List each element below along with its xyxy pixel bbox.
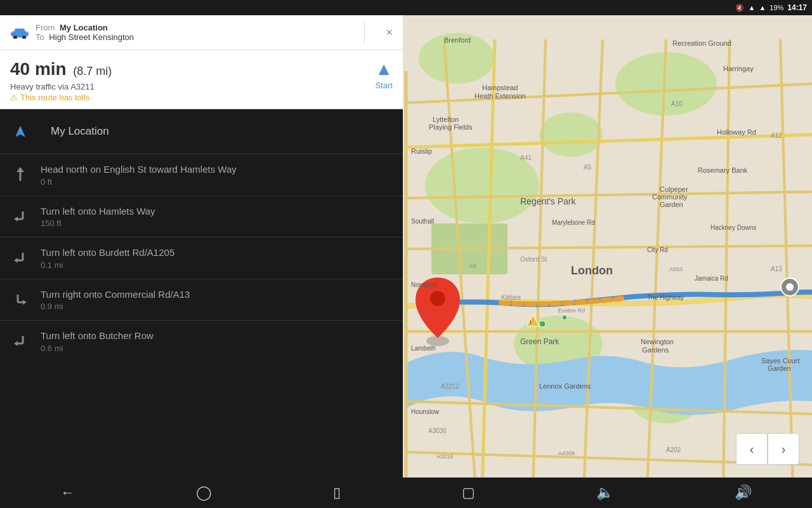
svg-text:Holloway Rd: Holloway Rd	[717, 128, 756, 136]
recents-nav-button[interactable]: ▯	[320, 479, 353, 506]
direction-name: Turn right onto Commercial Rd/A13	[41, 288, 393, 301]
svg-text:Culpeper: Culpeper	[660, 185, 688, 193]
svg-text:Marylebone Rd: Marylebone Rd	[552, 219, 595, 226]
direction-item[interactable]: Turn left onto Butcher Row 0.6 mi	[0, 321, 403, 362]
svg-marker-84	[16, 167, 24, 172]
svg-text:Green Park: Green Park	[520, 337, 560, 346]
svg-text:Recreation Ground: Recreation Ground	[672, 39, 731, 47]
svg-text:Gardens: Gardens	[642, 346, 669, 354]
mute-icon: 🔇	[735, 4, 744, 12]
to-label: To	[36, 32, 44, 42]
svg-text:Community: Community	[652, 193, 688, 201]
svg-text:A3036: A3036	[428, 427, 447, 434]
svg-text:Hounslow: Hounslow	[411, 408, 440, 415]
svg-text:A3216: A3216	[436, 453, 453, 460]
to-row: To High Street Kensington	[36, 32, 393, 42]
direction-item[interactable]: Turn left onto Burdett Rd/A1205 0.1 mi	[0, 237, 403, 279]
direction-name: Turn left onto Burdett Rd/A1205	[41, 246, 393, 259]
from-label: From	[36, 23, 55, 32]
direction-item[interactable]: Head north on English St toward Hamlets …	[0, 154, 403, 196]
direction-name: Turn left onto Butcher Row	[41, 330, 393, 342]
direction-item[interactable]: Turn left onto Hamlets Way 150 ft	[0, 196, 403, 238]
svg-text:!: !	[530, 319, 532, 325]
direction-distance: 150 ft	[41, 218, 393, 228]
directions-list[interactable]: My Location Head north on English St tow…	[0, 109, 403, 478]
car-icon	[10, 23, 29, 42]
direction-content: Head north on English St toward Hamlets …	[41, 163, 393, 187]
home-nav-button[interactable]: ◯	[183, 479, 225, 506]
svg-text:Kildare: Kildare	[501, 294, 521, 301]
turn-left-icon	[10, 248, 30, 268]
svg-text:A12: A12	[771, 132, 782, 139]
svg-text:Southall: Southall	[411, 218, 434, 225]
route-info: 40 min (8.7 mi) Heavy traffic via A3211 …	[0, 50, 403, 109]
my-location-label: My Location	[51, 125, 109, 138]
direction-item[interactable]: Turn right onto Commercial Rd/A13 0.9 mi	[0, 279, 403, 321]
svg-text:Heath Extension: Heath Extension	[475, 92, 526, 100]
svg-text:Lyttelton: Lyttelton	[433, 116, 459, 123]
from-value: My Location	[60, 23, 108, 32]
svg-point-74	[562, 315, 567, 320]
svg-text:Rosemary Bank: Rosemary Bank	[698, 166, 748, 174]
traffic-info: Heavy traffic via A3211	[10, 82, 375, 91]
svg-text:A503: A503	[669, 266, 683, 272]
start-arrow-icon: ▲	[375, 59, 393, 79]
svg-text:The Highway: The Highway	[647, 294, 684, 301]
svg-text:Norwood: Norwood	[411, 281, 436, 288]
tolls-info: ⚠ This route has tolls.	[10, 93, 375, 102]
svg-text:Hampstead: Hampstead	[482, 84, 518, 91]
svg-text:Jamaica Rd: Jamaica Rd	[695, 275, 728, 282]
svg-text:A5: A5	[469, 263, 476, 269]
svg-marker-96	[14, 341, 18, 346]
svg-text:London: London	[571, 264, 613, 277]
svg-marker-93	[23, 300, 27, 305]
direction-distance: 0.6 mi	[41, 344, 393, 353]
svg-text:Ruislip: Ruislip	[411, 147, 432, 155]
status-time: 14:17	[787, 3, 807, 12]
straight-arrow-icon	[10, 164, 30, 185]
route-endpoints: From My Location To High Street Kensingt…	[36, 23, 393, 42]
location-item[interactable]: My Location	[0, 109, 403, 154]
route-header: From My Location To High Street Kensingt…	[0, 15, 403, 50]
svg-text:Lambeth: Lambeth	[411, 345, 436, 352]
direction-distance: 0 ft	[41, 177, 393, 187]
svg-text:A41: A41	[520, 154, 532, 161]
tolls-text: This route has tolls.	[20, 93, 92, 102]
volume-loud-button[interactable]: 🔊	[722, 479, 764, 506]
svg-text:Hackney Downs: Hackney Downs	[710, 224, 756, 231]
svg-point-26	[786, 283, 794, 291]
svg-text:Brenford: Brenford	[444, 36, 471, 44]
svg-text:A13: A13	[771, 265, 782, 272]
svg-text:A4308: A4308	[558, 450, 575, 457]
svg-marker-87	[14, 217, 18, 222]
svg-text:Newington: Newington	[641, 338, 674, 345]
map-navigation-arrows[interactable]: ‹ ›	[736, 433, 799, 465]
direction-name: Turn left onto Hamlets Way	[41, 205, 393, 218]
svg-text:Regent's Park: Regent's Park	[520, 196, 576, 206]
svg-marker-90	[14, 258, 18, 263]
turn-left-icon	[10, 206, 30, 227]
close-button[interactable]: ×	[383, 23, 395, 42]
svg-marker-82	[16, 126, 25, 137]
volume-soft-button[interactable]: 🔈	[584, 479, 626, 506]
svg-point-5	[539, 112, 603, 157]
camera-nav-button[interactable]: ▢	[449, 479, 488, 506]
turn-right-icon	[10, 290, 30, 310]
warning-icon: ⚠	[10, 93, 18, 102]
svg-text:A5: A5	[584, 164, 592, 171]
route-distance: (8.7 mi)	[73, 65, 112, 77]
location-arrow-icon	[10, 122, 30, 142]
svg-text:A202: A202	[666, 446, 681, 453]
start-button[interactable]: ▲ Start	[375, 59, 393, 90]
wifi-icon: ▲	[748, 4, 755, 11]
map-back-button[interactable]: ‹	[736, 433, 768, 465]
direction-content: Turn left onto Butcher Row 0.6 mi	[41, 330, 393, 353]
back-nav-button[interactable]: ←	[48, 479, 88, 506]
map-forward-button[interactable]: ›	[768, 433, 799, 465]
svg-text:Harringay: Harringay	[723, 65, 754, 72]
svg-text:A10: A10	[671, 100, 683, 107]
left-panel: From My Location To High Street Kensingt…	[0, 15, 403, 478]
svg-point-73	[539, 321, 546, 327]
svg-text:Lennox Gardens: Lennox Gardens	[539, 382, 591, 390]
navigation-bar[interactable]: ← ◯ ▯ ▢ 🔈 🔊	[0, 478, 812, 508]
